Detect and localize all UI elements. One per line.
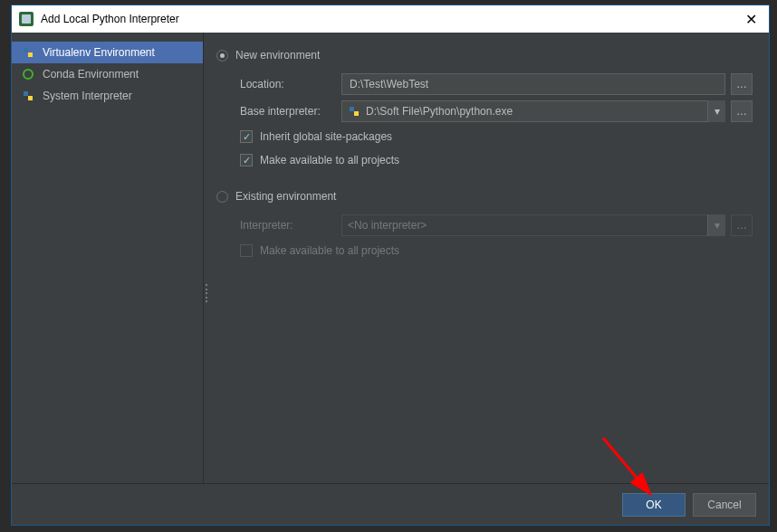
chevron-down-icon: ▾ xyxy=(715,105,720,118)
titlebar: Add Local Python Interpreter ✕ xyxy=(12,5,769,33)
sidebar-item-label: System Interpreter xyxy=(43,90,132,102)
location-browse-button[interactable]: … xyxy=(731,73,753,95)
base-interpreter-value: D:\Soft File\Python\python.exe xyxy=(366,105,704,118)
dialog-footer: OK Cancel xyxy=(12,483,769,525)
interpreter-value: <No interpreter> xyxy=(348,219,704,232)
resize-handle-icon[interactable] xyxy=(204,284,209,302)
inherit-checkbox-row[interactable]: Inherit global site-packages xyxy=(240,127,753,147)
ok-label: OK xyxy=(646,499,661,511)
sidebar-item-conda[interactable]: Conda Environment xyxy=(12,63,203,85)
location-label: Location: xyxy=(240,78,341,90)
location-value: D:\Test\WebTest xyxy=(350,78,428,90)
main-panel: New environment Location: D:\Test\WebTes… xyxy=(204,33,769,483)
available-all-checkbox[interactable] xyxy=(240,154,253,166)
cancel-button[interactable]: Cancel xyxy=(693,493,756,517)
sidebar-item-label: Conda Environment xyxy=(43,68,139,81)
base-interpreter-row: Base interpreter: D:\Soft File\Python\py… xyxy=(240,100,753,123)
available-all-existing-checkbox xyxy=(240,244,253,257)
dialog-body: Virtualenv Environment Conda Environment… xyxy=(12,33,769,483)
dropdown-button[interactable]: ▾ xyxy=(707,100,725,122)
available-all-existing-row: Make available to all projects xyxy=(240,241,753,261)
available-all-existing-label: Make available to all projects xyxy=(260,244,399,257)
existing-environment-label: Existing environment xyxy=(235,190,336,203)
inherit-label: Inherit global site-packages xyxy=(260,130,392,143)
interpreter-browse-button: … xyxy=(731,214,753,236)
conda-icon xyxy=(21,67,35,81)
interpreter-row: Interpreter: <No interpreter> ▾ … xyxy=(240,214,753,237)
python-icon xyxy=(21,89,35,103)
ok-button[interactable]: OK xyxy=(622,493,686,517)
interpreter-combo: <No interpreter> ▾ xyxy=(341,214,725,236)
available-all-checkbox-row[interactable]: Make available to all projects xyxy=(240,150,753,170)
pycharm-icon xyxy=(19,12,34,26)
cancel-label: Cancel xyxy=(707,499,741,511)
ellipsis-icon: … xyxy=(736,78,747,90)
sidebar: Virtualenv Environment Conda Environment… xyxy=(12,33,204,483)
inherit-checkbox[interactable] xyxy=(240,130,253,143)
radio-existing-environment[interactable] xyxy=(216,191,228,203)
new-environment-label: New environment xyxy=(235,49,320,62)
available-all-label: Make available to all projects xyxy=(260,154,399,166)
location-input[interactable]: D:\Test\WebTest xyxy=(341,73,725,95)
dialog-title: Add Local Python Interpreter xyxy=(41,13,740,25)
python-icon xyxy=(348,105,360,118)
radio-new-environment[interactable] xyxy=(216,50,228,62)
ellipsis-icon: … xyxy=(736,105,747,118)
sidebar-item-label: Virtualenv Environment xyxy=(43,46,155,59)
base-interpreter-label: Base interpreter: xyxy=(240,105,341,118)
new-environment-radio-row[interactable]: New environment xyxy=(216,45,753,65)
close-button[interactable]: ✕ xyxy=(740,11,762,28)
ellipsis-icon: … xyxy=(736,219,747,232)
svg-point-0 xyxy=(24,70,33,79)
base-interpreter-browse-button[interactable]: … xyxy=(731,100,753,122)
sidebar-item-virtualenv[interactable]: Virtualenv Environment xyxy=(12,42,203,63)
dialog: Add Local Python Interpreter ✕ Virtualen… xyxy=(11,5,770,526)
virtualenv-icon xyxy=(21,45,35,60)
interpreter-label: Interpreter: xyxy=(240,219,341,232)
sidebar-item-system[interactable]: System Interpreter xyxy=(12,85,203,107)
base-interpreter-combo[interactable]: D:\Soft File\Python\python.exe ▾ xyxy=(341,100,725,122)
existing-environment-radio-row[interactable]: Existing environment xyxy=(216,186,753,206)
location-row: Location: D:\Test\WebTest … xyxy=(240,72,753,96)
chevron-down-icon: ▾ xyxy=(715,219,720,232)
dropdown-button: ▾ xyxy=(707,214,725,236)
